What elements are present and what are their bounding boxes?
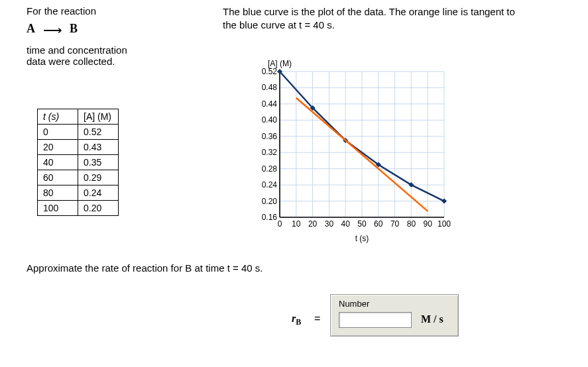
table-row: 200.43 <box>38 140 119 155</box>
svg-text:t (s): t (s) <box>355 234 369 243</box>
svg-text:0.52: 0.52 <box>262 67 278 76</box>
svg-text:0.40: 0.40 <box>262 115 278 125</box>
intro-line1: For the reaction <box>27 5 212 17</box>
svg-text:40: 40 <box>341 219 351 229</box>
table-row: 600.29 <box>38 170 119 185</box>
svg-text:0: 0 <box>278 219 282 229</box>
table-row: 00.52 <box>38 125 119 140</box>
species-a: A <box>27 22 36 35</box>
question-text: Approximate the rate of reaction for B a… <box>27 262 263 274</box>
answer-panel: Number M / s <box>330 294 459 337</box>
svg-text:90: 90 <box>424 219 433 229</box>
svg-text:60: 60 <box>374 219 383 229</box>
intro-line2b: data were collected. <box>27 56 212 67</box>
svg-text:30: 30 <box>325 219 334 229</box>
svg-text:0.28: 0.28 <box>262 164 278 174</box>
caption-line1: The blue curve is the plot of the data. … <box>223 5 567 19</box>
svg-text:80: 80 <box>407 219 416 229</box>
svg-text:10: 10 <box>292 219 301 229</box>
answer-unit: M / s <box>421 313 443 325</box>
svg-text:[A] (M): [A] (M) <box>268 59 292 68</box>
data-table: t (s) [A] (M) 00.52 200.43 400.35 600.29… <box>37 109 119 216</box>
rate-symbol: rB <box>292 313 301 327</box>
table-row: 400.35 <box>38 155 119 170</box>
answer-label: Number <box>339 299 369 309</box>
svg-text:0.36: 0.36 <box>262 132 278 141</box>
caption-line2: the blue curve at t = 40 s. <box>223 19 567 32</box>
col-header-a: [A] (M) <box>78 109 119 125</box>
svg-text:0.44: 0.44 <box>262 99 278 109</box>
col-header-t: t (s) <box>38 109 78 125</box>
equals-sign: = <box>314 313 320 325</box>
svg-text:50: 50 <box>357 219 367 229</box>
table-row: 1000.20 <box>38 201 119 216</box>
concentration-chart: 01020304050607080901000.160.200.240.280.… <box>252 58 457 246</box>
arrow-icon: ⟶ <box>40 22 66 38</box>
species-b: B <box>70 22 78 35</box>
svg-text:0.20: 0.20 <box>262 197 278 206</box>
reaction-formula: A ⟶ B <box>27 22 212 38</box>
intro-line2a: time and concentration <box>27 44 212 56</box>
svg-text:0.32: 0.32 <box>262 148 278 157</box>
table-row: 800.24 <box>38 185 119 201</box>
svg-text:0.24: 0.24 <box>262 180 278 189</box>
svg-text:100: 100 <box>438 219 451 229</box>
rate-input[interactable] <box>339 312 412 328</box>
svg-text:0.16: 0.16 <box>262 213 278 222</box>
svg-text:0.48: 0.48 <box>262 83 278 92</box>
svg-text:20: 20 <box>308 219 318 229</box>
svg-text:70: 70 <box>390 219 400 229</box>
